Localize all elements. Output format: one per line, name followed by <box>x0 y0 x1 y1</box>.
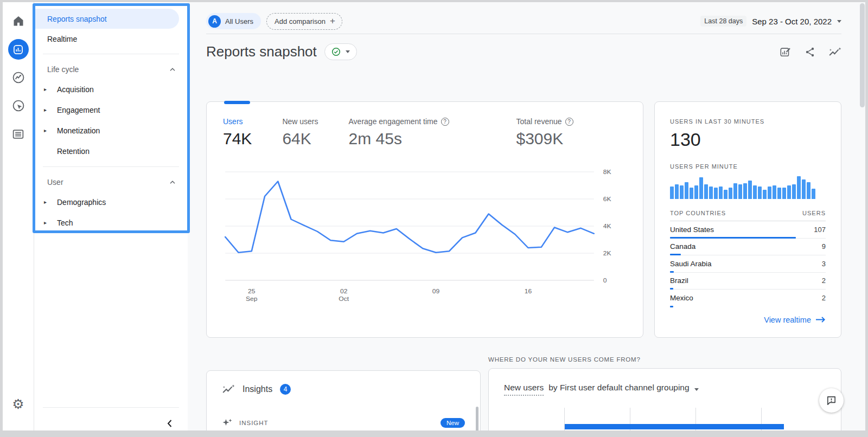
date-range-picker[interactable]: Last 28 days Sep 23 - Oct 20, 2022 <box>700 16 841 27</box>
browser-viewport: ⚙ Reports snapshotRealtimeLife cycle▸Acq… <box>0 0 868 437</box>
svg-text:Sep: Sep <box>246 295 258 303</box>
minute-bar <box>773 185 776 199</box>
minute-bar <box>758 187 762 199</box>
country-bar <box>670 306 673 307</box>
help-icon[interactable]: ? <box>441 118 449 126</box>
insight-list-item[interactable]: INSIGHT New <box>222 417 465 428</box>
insights-sparkline-icon <box>222 384 235 395</box>
minute-bar <box>680 185 684 199</box>
chevron-up-icon <box>169 67 176 72</box>
report-status-dropdown[interactable] <box>324 43 357 60</box>
home-icon[interactable] <box>8 11 29 31</box>
minute-bar <box>753 185 757 199</box>
metric-tabs: Users 74K New users 64K Average engageme… <box>223 117 627 148</box>
svg-text:09: 09 <box>432 287 440 295</box>
expand-triangle-icon: ▸ <box>44 220 47 226</box>
add-comparison-button[interactable]: Add comparison + <box>266 13 342 30</box>
channel-bar <box>565 424 784 429</box>
new-users-block: WHERE DO YOUR NEW USERS COME FROM? New u… <box>488 356 841 430</box>
minute-bar <box>802 179 806 199</box>
sidebar-item-monetization[interactable]: ▸Monetization <box>34 120 188 141</box>
collapse-drawer-chevron-icon[interactable] <box>167 419 173 430</box>
explore-icon[interactable] <box>8 67 29 88</box>
users-column-label: USERS <box>802 210 826 216</box>
svg-text:0: 0 <box>603 277 607 284</box>
card-scrollbar-thumb[interactable] <box>476 407 478 430</box>
library-icon[interactable] <box>8 124 29 144</box>
minute-bar <box>709 187 713 199</box>
sidebar-item-retention[interactable]: Retention <box>34 141 188 162</box>
sidebar-item-engagement[interactable]: ▸Engagement <box>34 100 188 120</box>
help-icon[interactable]: ? <box>565 118 573 126</box>
top-cards-row: Users 74K New users 64K Average engageme… <box>206 101 841 338</box>
nav-divider <box>43 166 179 167</box>
chevron-up-icon <box>169 180 176 184</box>
svg-text:8K: 8K <box>603 168 611 176</box>
minute-bar <box>719 187 723 199</box>
new-users-bar-chart <box>504 408 826 430</box>
sidebar-section-life-cycle[interactable]: Life cycle <box>34 59 188 79</box>
sidebar-item-demographics[interactable]: ▸Demographics <box>34 192 188 213</box>
report-nav: Reports snapshotRealtimeLife cycle▸Acqui… <box>34 2 188 430</box>
advertising-icon[interactable] <box>8 95 29 116</box>
svg-text:6K: 6K <box>603 195 611 203</box>
sidebar-item-tech[interactable]: ▸Tech <box>34 213 188 233</box>
svg-text:02: 02 <box>340 287 347 295</box>
minute-bar <box>685 182 688 200</box>
all-users-chip[interactable]: A All Users <box>206 13 261 29</box>
minute-bar <box>670 187 674 199</box>
expand-triangle-icon: ▸ <box>44 127 47 133</box>
settings-gear-icon[interactable]: ⚙ <box>12 397 24 411</box>
minute-bar <box>675 184 679 199</box>
page-title: Reports snapshot <box>206 43 317 60</box>
segment-label: All Users <box>225 17 253 25</box>
metric-tab-avg-engagement-time[interactable]: Average engagement time? 2m 45s <box>349 117 449 148</box>
check-circle-icon <box>331 47 341 56</box>
countries-table-header: TOP COUNTRIES USERS <box>670 210 826 221</box>
sidebar-section-user[interactable]: User <box>34 172 188 192</box>
realtime-card: USERS IN LAST 30 MINUTES 130 USERS PER M… <box>654 101 841 338</box>
analytics-app: ⚙ Reports snapshotRealtimeLife cycle▸Acq… <box>3 2 865 430</box>
country-row-canada: Canada 9 <box>670 239 826 256</box>
insights-sparkline-icon[interactable] <box>828 47 841 57</box>
sidebar-item-reports-snapshot[interactable]: Reports snapshot <box>34 9 179 29</box>
comparison-bar: A All Users Add comparison + Last 28 day… <box>206 10 841 33</box>
insights-header[interactable]: Insights 4 <box>222 384 465 395</box>
metric-tab-users[interactable]: Users 74K <box>223 117 252 148</box>
metric-tab-total-revenue[interactable]: Total revenue? $309K <box>516 117 573 148</box>
metric-tab-new-users[interactable]: New users 64K <box>282 117 318 148</box>
segment-avatar: A <box>208 15 221 28</box>
minute-bar <box>797 176 801 199</box>
minute-bar <box>768 187 771 199</box>
country-row-mexico: Mexico 2 <box>670 290 826 307</box>
country-row-brazil: Brazil 2 <box>670 273 826 290</box>
dimension-selector[interactable]: New users by First user default channel … <box>504 383 826 396</box>
window-scrollbar-thumb[interactable] <box>860 3 865 107</box>
minute-bar <box>763 190 767 199</box>
minute-bar <box>782 188 786 199</box>
svg-text:25: 25 <box>248 287 256 295</box>
feedback-bubble-icon <box>826 395 837 406</box>
dimension-selector-underlined: New users <box>504 383 544 396</box>
sidebar-item-acquisition[interactable]: ▸Acquisition <box>34 79 188 100</box>
view-realtime-link[interactable]: View realtime <box>670 316 826 324</box>
add-comparison-label: Add comparison <box>275 17 326 25</box>
expand-triangle-icon: ▸ <box>44 199 47 205</box>
users-per-minute-label: USERS PER MINUTE <box>670 163 826 170</box>
share-icon[interactable] <box>805 47 815 57</box>
date-range-preset: Last 28 days <box>700 16 746 27</box>
app-icon-rail: ⚙ <box>3 2 34 430</box>
customize-report-icon[interactable] <box>780 46 792 58</box>
reports-icon[interactable] <box>8 39 29 60</box>
drawer-divider <box>43 407 179 408</box>
users-per-minute-chart <box>670 176 826 199</box>
new-users-section-heading: WHERE DO YOUR NEW USERS COME FROM? <box>488 356 841 363</box>
svg-text:16: 16 <box>525 287 532 295</box>
sidebar-item-realtime[interactable]: Realtime <box>34 29 188 49</box>
countries-table: United States 107 Canada 9 Saudi Arabia … <box>670 221 826 307</box>
selected-metric-tab-indicator <box>224 101 250 104</box>
insight-sparkle-icon <box>222 417 233 428</box>
feedback-button[interactable] <box>819 388 844 413</box>
minute-bar <box>704 184 708 199</box>
expand-triangle-icon: ▸ <box>44 107 47 113</box>
